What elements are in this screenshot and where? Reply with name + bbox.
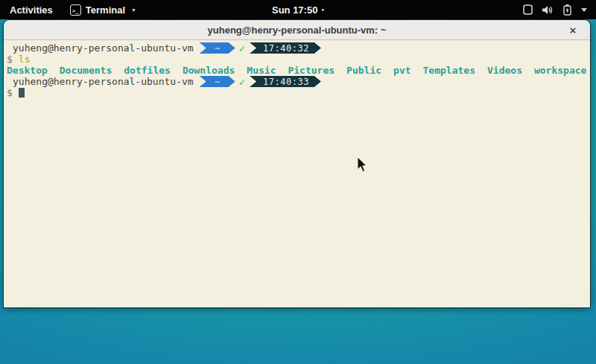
typed-command: ls (19, 54, 31, 65)
window-title: yuheng@henry-personal-ubuntu-vm: ~ (208, 25, 387, 36)
check-icon: ✓ (239, 76, 245, 88)
dir-entry: Templates (423, 65, 475, 76)
prompt-user-host: yuheng@henry-personal-ubuntu-vm (13, 42, 194, 54)
activities-button[interactable]: Activities (0, 0, 63, 19)
dir-entry: Public (346, 65, 381, 76)
chevron-down-icon (581, 8, 587, 12)
dir-entry: Music (247, 65, 276, 76)
terminal-content[interactable]: yuheng@henry-personal-ubuntu-vm ~ ✓ 17:4… (4, 40, 590, 307)
listing-line: DesktopDocumentsdotfilesDownloadsMusicPi… (7, 65, 587, 76)
text-cursor (19, 88, 25, 98)
dir-entry: workspace (534, 65, 586, 76)
screen-icon (523, 4, 533, 15)
system-status-menu[interactable] (519, 0, 592, 19)
prompt-path: ~ (215, 77, 220, 87)
terminal-window: yuheng@henry-personal-ubuntu-vm: ~ × yuh… (4, 20, 590, 307)
prompt-timestamp: 17:40:33 (263, 77, 309, 87)
clock-button[interactable]: Sun 17:50 ● (272, 4, 324, 16)
dir-entry: Desktop (7, 65, 48, 76)
dir-entry: dotfiles (124, 65, 171, 76)
dir-entry: Pictures (288, 65, 335, 76)
prompt-user-host: yuheng@henry-personal-ubuntu-vm (13, 76, 194, 87)
prompt-line: yuheng@henry-personal-ubuntu-vm ~ ✓ 17:4… (7, 42, 587, 54)
command-line: $ ls (7, 54, 587, 65)
command-line-current: $ (7, 87, 587, 98)
prompt-time-segment: 17:40:33 (250, 76, 321, 87)
app-menu-terminal[interactable]: >_ Terminal ▼ (63, 0, 144, 19)
prompt-path: ~ (215, 43, 220, 54)
prompt-symbol: $ (7, 54, 13, 65)
prompt-path-segment: ~ (200, 76, 235, 87)
chevron-down-icon: ▼ (131, 7, 136, 13)
close-button[interactable]: × (565, 20, 581, 40)
dir-entry: Downloads (183, 65, 235, 76)
dir-entry: Videos (487, 65, 522, 76)
window-titlebar[interactable]: yuheng@henry-personal-ubuntu-vm: ~ × (4, 20, 590, 40)
check-icon: ✓ (239, 42, 245, 54)
prompt-symbol: $ (7, 87, 13, 98)
top-bar: Activities >_ Terminal ▼ Sun 17:50 ● (0, 0, 596, 19)
dir-entry: pvt (393, 65, 410, 76)
volume-icon (542, 5, 554, 15)
prompt-line: yuheng@henry-personal-ubuntu-vm ~ ✓ 17:4… (7, 76, 587, 87)
clock-label: Sun 17:50 (272, 4, 317, 16)
terminal-icon: >_ (70, 4, 81, 16)
battery-charging-icon (563, 4, 571, 16)
prompt-timestamp: 17:40:32 (263, 43, 309, 54)
prompt-path-segment: ~ (200, 42, 235, 54)
notification-dot-icon: ● (321, 7, 324, 12)
dir-entry: Documents (60, 65, 112, 76)
prompt-time-segment: 17:40:32 (250, 42, 321, 54)
app-menu-label: Terminal (86, 4, 125, 16)
